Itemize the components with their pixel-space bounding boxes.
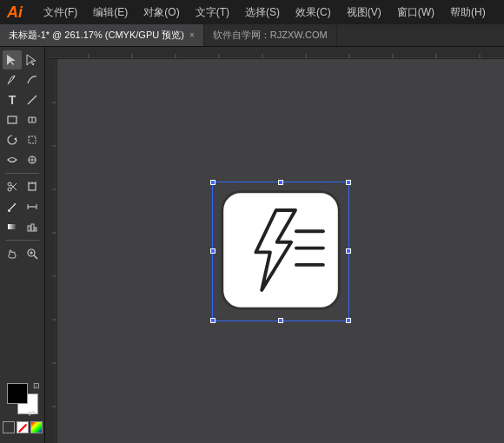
rotate-tool[interactable] xyxy=(3,130,22,149)
menu-bar: 文件(F) 编辑(E) 对象(O) 文字(T) 选择(S) 效果(C) 视图(V… xyxy=(36,3,493,22)
menu-effect[interactable]: 效果(C) xyxy=(288,3,338,22)
svg-rect-3 xyxy=(8,116,17,123)
warp-tool[interactable] xyxy=(3,150,22,169)
reset-colors-icon[interactable]: ⊡ xyxy=(33,381,40,390)
zoom-tool[interactable] xyxy=(23,244,42,263)
svg-rect-24 xyxy=(28,226,30,231)
app-logo: Ai xyxy=(7,4,23,20)
menu-view[interactable]: 视图(V) xyxy=(340,3,388,22)
menu-select[interactable]: 选择(S) xyxy=(238,3,287,22)
eraser-tool[interactable] xyxy=(23,110,42,129)
transform-tool[interactable] xyxy=(23,130,42,149)
freeform-tool[interactable] xyxy=(23,70,42,89)
menu-window[interactable]: 窗口(W) xyxy=(390,3,441,22)
handle-top-right[interactable] xyxy=(346,180,351,185)
swatch-stack[interactable]: ⊡ ⇄ xyxy=(7,383,38,414)
card-icon-svg[interactable] xyxy=(216,185,346,315)
menu-edit[interactable]: 编辑(E) xyxy=(86,3,135,22)
tool-divider-2 xyxy=(5,240,39,241)
direct-selection-tool[interactable] xyxy=(23,50,42,69)
svg-rect-25 xyxy=(31,224,34,231)
tool-divider-1 xyxy=(5,173,39,174)
eyedropper-tool[interactable] xyxy=(3,197,22,216)
tab-active-label: 未标题-1* @ 261.17% (CMYK/GPU 预览) xyxy=(9,29,184,42)
no-color-swatch[interactable] xyxy=(17,421,29,433)
text-tool[interactable]: T xyxy=(3,90,22,109)
main-layout: T xyxy=(0,47,504,443)
graph-tool[interactable] xyxy=(23,217,42,236)
svg-point-12 xyxy=(8,188,11,191)
swatch-mode-row xyxy=(3,421,43,433)
measure-tool[interactable] xyxy=(23,197,42,216)
gradient-tool[interactable] xyxy=(3,217,22,236)
handle-bot-mid[interactable] xyxy=(278,318,283,323)
tabs-bar: 未标题-1* @ 261.17% (CMYK/GPU 预览) × 软件自学网：R… xyxy=(0,24,504,47)
line-tool[interactable] xyxy=(23,90,42,109)
tab-close-button[interactable]: × xyxy=(189,30,195,40)
svg-line-28 xyxy=(34,255,37,259)
pen-tool[interactable] xyxy=(3,70,22,89)
svg-rect-19 xyxy=(8,209,10,212)
ruler-top xyxy=(45,47,504,59)
scissors-tool[interactable] xyxy=(3,177,22,196)
svg-line-2 xyxy=(28,96,36,104)
canvas-content xyxy=(57,59,504,443)
svg-marker-6 xyxy=(14,137,17,141)
menu-file[interactable]: 文件(F) xyxy=(36,3,84,22)
menu-text[interactable]: 文字(T) xyxy=(189,3,236,22)
handle-mid-right[interactable] xyxy=(346,248,351,254)
svg-point-11 xyxy=(8,182,11,186)
menu-help[interactable]: 帮助(H) xyxy=(443,3,493,22)
svg-marker-1 xyxy=(27,55,36,65)
artboard-tool[interactable] xyxy=(23,177,42,196)
foreground-color-swatch[interactable] xyxy=(7,383,28,404)
svg-rect-7 xyxy=(29,136,36,143)
hand-tool[interactable] xyxy=(3,244,22,263)
svg-rect-26 xyxy=(35,228,36,231)
selection-tool[interactable] xyxy=(3,50,22,69)
tab-secondary[interactable]: 软件自学网：RJZXW.COM xyxy=(204,24,337,46)
color-swatches: ⊡ ⇄ xyxy=(0,383,44,433)
svg-marker-0 xyxy=(7,55,16,65)
menu-object[interactable]: 对象(O) xyxy=(136,3,186,22)
svg-rect-23 xyxy=(8,224,17,229)
title-bar: Ai 文件(F) 编辑(E) 对象(O) 文字(T) 选择(S) 效果(C) 视… xyxy=(0,0,504,24)
tab-secondary-label: 软件自学网：RJZXW.COM xyxy=(213,29,328,42)
puppet-warp[interactable] xyxy=(23,150,42,169)
solid-color-swatch[interactable] xyxy=(3,421,15,433)
swap-colors-icon[interactable]: ⇄ xyxy=(28,408,35,418)
svg-rect-15 xyxy=(29,183,36,190)
selected-object-container xyxy=(216,185,346,318)
canvas-area xyxy=(45,47,504,443)
rectangle-tool[interactable] xyxy=(3,110,22,129)
toolbar: T xyxy=(0,47,45,443)
handle-bot-right[interactable] xyxy=(346,318,351,323)
ruler-left xyxy=(45,59,57,443)
handle-bot-left[interactable] xyxy=(210,318,216,323)
gradient-swatch[interactable] xyxy=(30,421,43,433)
tab-active[interactable]: 未标题-1* @ 261.17% (CMYK/GPU 预览) × xyxy=(0,24,204,46)
